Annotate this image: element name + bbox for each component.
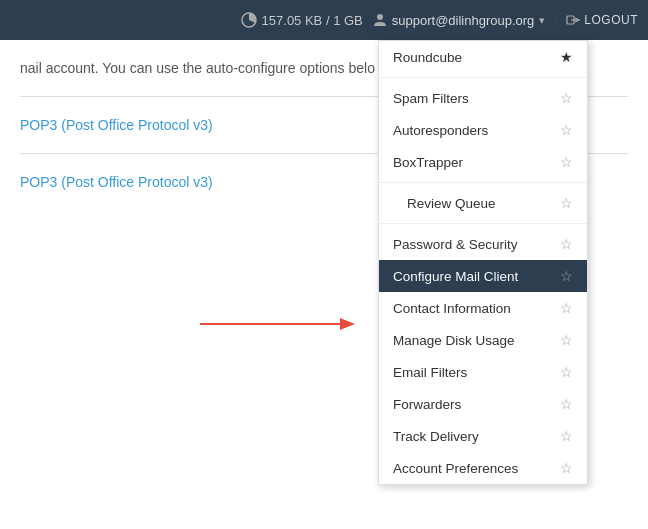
star-icon[interactable]: ☆ <box>560 90 573 106</box>
star-icon[interactable]: ☆ <box>560 300 573 316</box>
chevron-down-icon: ▾ <box>539 14 545 27</box>
storage-info: 157.05 KB / 1 GB <box>241 12 363 28</box>
dropdown-item-spam-filters[interactable]: Spam Filters☆ <box>379 82 587 114</box>
dropdown-item-label: Forwarders <box>393 397 461 412</box>
dropdown-separator <box>379 223 587 224</box>
dropdown-item-label: Roundcube <box>393 50 462 65</box>
dropdown-separator <box>379 77 587 78</box>
svg-point-1 <box>377 14 383 20</box>
user-email: support@dilinhgroup.org <box>392 13 535 28</box>
arrow-indicator <box>200 312 360 339</box>
dropdown-item-review-queue[interactable]: Review Queue☆ <box>379 187 587 219</box>
star-icon[interactable]: ☆ <box>560 396 573 412</box>
star-icon[interactable]: ☆ <box>560 332 573 348</box>
star-icon[interactable]: ☆ <box>560 122 573 138</box>
dropdown-item-label: Manage Disk Usage <box>393 333 515 348</box>
user-menu-button[interactable]: support@dilinhgroup.org ▾ <box>373 13 546 28</box>
svg-marker-5 <box>340 318 355 330</box>
dropdown-item-label: Contact Information <box>393 301 511 316</box>
dropdown-menu: Roundcube★Spam Filters☆Autoresponders☆Bo… <box>378 40 588 485</box>
storage-label: 157.05 KB / 1 GB <box>262 13 363 28</box>
dropdown-item-autoresponders[interactable]: Autoresponders☆ <box>379 114 587 146</box>
dropdown-item-label: Track Delivery <box>393 429 479 444</box>
logout-icon <box>566 13 580 27</box>
user-icon <box>373 13 387 27</box>
logout-button[interactable]: LOGOUT <box>555 13 638 27</box>
dropdown-separator <box>379 182 587 183</box>
dropdown-item-label: Spam Filters <box>393 91 469 106</box>
star-icon[interactable]: ☆ <box>560 154 573 170</box>
dropdown-item-label: Email Filters <box>393 365 467 380</box>
star-icon[interactable]: ☆ <box>560 195 573 211</box>
header-bar: 157.05 KB / 1 GB support@dilinhgroup.org… <box>0 0 648 40</box>
storage-icon <box>241 12 257 28</box>
dropdown-item-label: Autoresponders <box>393 123 488 138</box>
dropdown-item-label: Password & Security <box>393 237 518 252</box>
dropdown-item-boxtrapper[interactable]: BoxTrapper☆ <box>379 146 587 178</box>
star-icon[interactable]: ☆ <box>560 236 573 252</box>
star-icon[interactable]: ☆ <box>560 428 573 444</box>
dropdown-item-password-&-security[interactable]: Password & Security☆ <box>379 228 587 260</box>
dropdown-item-roundcube[interactable]: Roundcube★ <box>379 41 587 73</box>
star-icon[interactable]: ☆ <box>560 460 573 476</box>
dropdown-item-label: Review Queue <box>407 196 496 211</box>
star-icon[interactable]: ☆ <box>560 364 573 380</box>
dropdown-item-contact-information[interactable]: Contact Information☆ <box>379 292 587 324</box>
dropdown-item-label: Configure Mail Client <box>393 269 518 284</box>
dropdown-item-label: BoxTrapper <box>393 155 463 170</box>
intro-text: nail account. You can use the auto-confi… <box>20 60 375 76</box>
dropdown-item-label: Account Preferences <box>393 461 518 476</box>
logout-label: LOGOUT <box>584 13 638 27</box>
dropdown-item-forwarders[interactable]: Forwarders☆ <box>379 388 587 420</box>
star-icon[interactable]: ★ <box>560 49 573 65</box>
star-icon[interactable]: ☆ <box>560 268 573 284</box>
dropdown-item-configure-mail-client[interactable]: Configure Mail Client☆ <box>379 260 587 292</box>
dropdown-item-email-filters[interactable]: Email Filters☆ <box>379 356 587 388</box>
dropdown-item-track-delivery[interactable]: Track Delivery☆ <box>379 420 587 452</box>
dropdown-item-account-preferences[interactable]: Account Preferences☆ <box>379 452 587 484</box>
dropdown-item-manage-disk-usage[interactable]: Manage Disk Usage☆ <box>379 324 587 356</box>
